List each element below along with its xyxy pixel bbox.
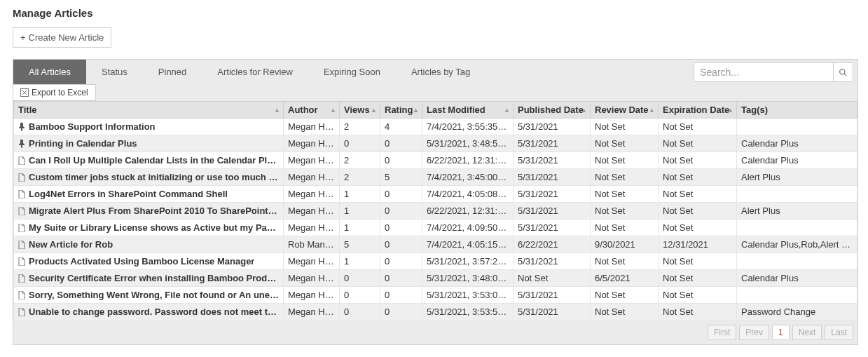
create-article-button[interactable]: + Create New Article (13, 27, 111, 48)
cell-tags: Alert Plus (737, 169, 857, 186)
cell-rating: 0 (380, 203, 422, 220)
tab-bar: All ArticlesStatusPinnedArticles for Rev… (13, 60, 485, 84)
cell-exp: Not Set (659, 203, 737, 220)
cell-last_mod: 7/4/2021, 4:05:15 PM (422, 236, 514, 253)
cell-exp: Not Set (659, 253, 737, 270)
document-icon (18, 257, 25, 266)
tab-status[interactable]: Status (86, 60, 143, 84)
col-last-modified[interactable]: Last Modified▲ (422, 102, 514, 119)
article-title: Migrate Alert Plus From SharePoint 2010 … (29, 206, 279, 216)
sort-icon: ▲ (413, 107, 419, 114)
cell-views: 2 (340, 119, 380, 135)
pager-page-1[interactable]: 1 (772, 325, 790, 340)
document-icon (18, 156, 25, 165)
col-title[interactable]: Title▲ (14, 102, 284, 119)
export-excel-button[interactable]: Export to Excel (13, 85, 96, 100)
document-icon (18, 308, 25, 316)
cell-last_mod: 7/4/2021, 3:45:00 PM (422, 169, 514, 186)
cell-tags: Calendar Plus (737, 152, 857, 169)
tab-all-articles[interactable]: All Articles (13, 60, 86, 84)
excel-icon (20, 88, 29, 97)
document-icon (18, 291, 25, 299)
cell-tags: Calendar Plus (737, 270, 857, 287)
article-title: Security Certificate Error when installi… (29, 273, 279, 283)
table-header-row: Title▲Author▲Views▲Rating▲Last Modified▲… (14, 102, 857, 119)
table-row[interactable]: Can I Roll Up Multiple Calendar Lists in… (14, 152, 857, 169)
cell-views: 2 (340, 152, 380, 169)
col-expiration-date[interactable]: Expiration Date▲ (659, 102, 737, 119)
search-box (694, 62, 853, 82)
cell-views: 1 (340, 186, 380, 203)
col-rating[interactable]: Rating▲ (380, 102, 422, 119)
cell-pub: Not Set (514, 270, 591, 287)
pager-next[interactable]: Next (792, 325, 822, 340)
cell-tags (737, 287, 857, 304)
table-row[interactable]: Log4Net Errors in SharePoint Command She… (14, 186, 857, 203)
document-icon (18, 274, 25, 283)
pager-prev[interactable]: Prev (739, 325, 769, 340)
table-row[interactable]: Products Activated Using Bamboo License … (14, 253, 857, 270)
cell-last_mod: 7/4/2021, 4:05:08 PM (422, 186, 514, 203)
pager-first[interactable]: First (708, 325, 736, 340)
sort-icon: ▲ (274, 107, 280, 114)
sort-icon: ▲ (371, 107, 377, 114)
cell-exp: Not Set (659, 169, 737, 186)
tab-pinned[interactable]: Pinned (143, 60, 202, 84)
table-row[interactable]: Bamboo Support InformationMegan Hunt247/… (14, 119, 857, 135)
cell-tags (737, 186, 857, 203)
article-title: Bamboo Support Information (29, 121, 156, 132)
article-title: New Article for Rob (29, 239, 113, 250)
cell-rating: 0 (380, 270, 422, 287)
article-title: Log4Net Errors in SharePoint Command She… (29, 189, 228, 199)
tab-articles-for-review[interactable]: Articles for Review (202, 60, 308, 84)
cell-author: Megan Hunt (284, 169, 340, 186)
cell-author: Megan Hunt (284, 220, 340, 236)
table-row[interactable]: Sorry, Something Went Wrong, File not fo… (14, 287, 857, 304)
table-row[interactable]: Custom timer jobs stuck at initializing … (14, 169, 857, 186)
col-review-date[interactable]: Review Date▲ (591, 102, 659, 119)
cell-review: Not Set (591, 287, 659, 304)
cell-pub: 5/31/2021 (514, 253, 591, 270)
cell-views: 1 (340, 220, 380, 236)
table-row[interactable]: My Suite or Library License shows as Act… (14, 220, 857, 236)
cell-author: Megan Hunt (284, 287, 340, 304)
cell-rating: 4 (380, 119, 422, 135)
search-input[interactable] (694, 62, 834, 82)
col-author[interactable]: Author▲ (284, 102, 340, 119)
cell-tags: Calendar Plus,Rob,Alert Plus (737, 236, 857, 253)
pager: First Prev 1 Next Last (13, 321, 857, 344)
document-icon (18, 241, 25, 249)
tab-expiring-soon[interactable]: Expiring Soon (308, 60, 396, 84)
cell-review: Not Set (591, 135, 659, 152)
cell-author: Rob Manfredi (284, 236, 340, 253)
cell-last_mod: 7/4/2021, 4:09:50 PM (422, 220, 514, 236)
col-views[interactable]: Views▲ (340, 102, 380, 119)
cell-last_mod: 7/4/2021, 3:55:35 PM (422, 119, 514, 135)
table-row[interactable]: New Article for RobRob Manfredi507/4/202… (14, 236, 857, 253)
article-title: Custom timer jobs stuck at initializing … (29, 172, 279, 182)
tab-articles-by-tag[interactable]: Articles by Tag (396, 60, 485, 84)
search-button[interactable] (834, 62, 853, 82)
document-icon (18, 207, 25, 215)
table-row[interactable]: Security Certificate Error when installi… (14, 270, 857, 287)
cell-review: Not Set (591, 304, 659, 321)
col-published-date[interactable]: Published Date▲ (514, 102, 591, 119)
cell-pub: 5/31/2021 (514, 287, 591, 304)
cell-last_mod: 5/31/2021, 3:48:55 PM (422, 135, 514, 152)
cell-views: 5 (340, 236, 380, 253)
cell-views: 2 (340, 169, 380, 186)
cell-rating: 0 (380, 253, 422, 270)
cell-review: Not Set (591, 186, 659, 203)
cell-exp: Not Set (659, 287, 737, 304)
cell-pub: 5/31/2021 (514, 152, 591, 169)
table-row[interactable]: Migrate Alert Plus From SharePoint 2010 … (14, 203, 857, 220)
cell-last_mod: 5/31/2021, 3:53:07 PM (422, 287, 514, 304)
pager-last[interactable]: Last (825, 325, 853, 340)
page-title: Manage Articles (13, 7, 858, 19)
article-title: Products Activated Using Bamboo License … (29, 256, 254, 267)
table-row[interactable]: Unable to change password. Password does… (14, 304, 857, 321)
article-title: My Suite or Library License shows as Act… (29, 222, 279, 233)
table-row[interactable]: Printing in Calendar PlusMegan Hunt005/3… (14, 135, 857, 152)
col-tag-s-[interactable]: Tag(s) (737, 102, 857, 119)
sort-icon: ▲ (649, 107, 655, 114)
